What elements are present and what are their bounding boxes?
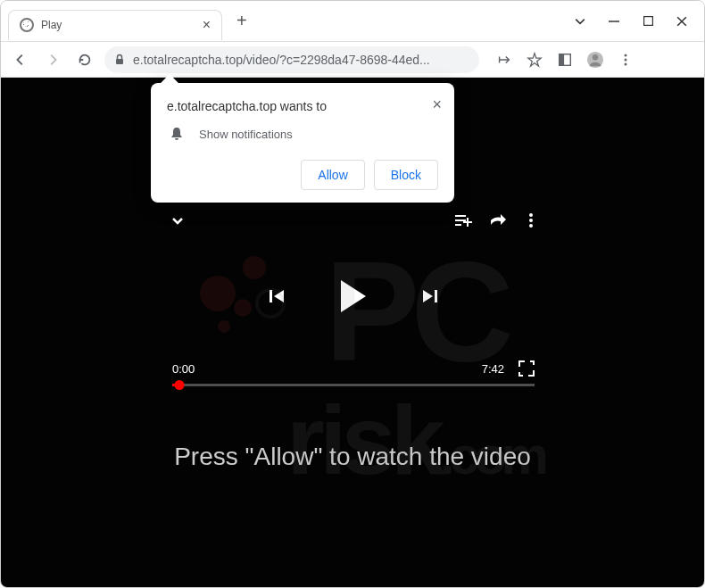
titlebar: Play × + xyxy=(1,1,704,42)
more-icon[interactable] xyxy=(524,211,538,229)
share-icon[interactable] xyxy=(495,51,513,69)
bell-icon xyxy=(169,126,185,142)
reload-button[interactable] xyxy=(72,47,97,72)
menu-icon[interactable] xyxy=(617,51,634,69)
permission-label: Show notifications xyxy=(199,128,293,141)
tab-title: Play xyxy=(41,19,195,31)
next-track-icon[interactable] xyxy=(419,286,441,307)
svg-point-9 xyxy=(625,62,627,65)
reading-list-icon[interactable] xyxy=(556,51,574,69)
svg-rect-2 xyxy=(116,59,123,64)
window-controls xyxy=(574,15,704,28)
share-icon[interactable] xyxy=(488,211,508,230)
svg-rect-19 xyxy=(435,290,437,302)
video-player: 0:00 7:42 xyxy=(162,207,545,417)
minimize-button[interactable] xyxy=(608,15,620,28)
collapse-icon[interactable] xyxy=(169,211,187,229)
address-bar[interactable]: e.totalrecaptcha.top/video/?c=2298da47-8… xyxy=(104,46,479,73)
close-dialog-icon[interactable]: × xyxy=(432,95,442,114)
url-text: e.totalrecaptcha.top/video/?c=2298da47-8… xyxy=(133,53,470,67)
back-button[interactable] xyxy=(8,47,33,72)
svg-point-8 xyxy=(625,58,627,61)
avatar-icon[interactable] xyxy=(586,51,604,69)
maximize-button[interactable] xyxy=(642,15,654,28)
svg-point-16 xyxy=(529,219,533,222)
svg-rect-1 xyxy=(643,17,652,26)
fullscreen-icon[interactable] xyxy=(518,360,535,377)
close-tab-icon[interactable]: × xyxy=(203,18,211,32)
notification-host: e.totalrecaptcha.top wants to xyxy=(167,99,438,113)
progress-thumb[interactable] xyxy=(175,380,185,390)
queue-icon[interactable] xyxy=(452,211,472,230)
duration: 7:42 xyxy=(482,362,504,376)
chevron-down-icon[interactable] xyxy=(574,15,586,28)
svg-point-17 xyxy=(529,224,533,228)
progress-bar[interactable] xyxy=(172,384,535,386)
svg-point-7 xyxy=(625,54,627,56)
lock-icon xyxy=(113,54,126,66)
forward-button[interactable] xyxy=(40,47,65,72)
browser-tab[interactable]: Play × xyxy=(8,10,222,40)
allow-button[interactable]: Allow xyxy=(301,160,364,190)
svg-point-6 xyxy=(593,54,598,60)
current-time: 0:00 xyxy=(172,362,195,376)
play-button[interactable] xyxy=(341,280,366,312)
prompt-text: Press "Allow" to watch the video xyxy=(1,443,704,471)
browser-window: Play × + e.totalrecaptcha.top/video/?c=2… xyxy=(0,0,705,588)
globe-icon xyxy=(20,18,34,32)
svg-rect-4 xyxy=(560,54,564,65)
close-window-button[interactable] xyxy=(676,15,688,28)
block-button[interactable]: Block xyxy=(374,160,438,190)
svg-rect-18 xyxy=(270,290,272,302)
notification-permission-dialog: × e.totalrecaptcha.top wants to Show not… xyxy=(151,83,454,203)
previous-track-icon[interactable] xyxy=(266,286,287,307)
bookmark-star-icon[interactable] xyxy=(526,51,543,69)
new-tab-button[interactable]: + xyxy=(229,7,254,35)
svg-point-15 xyxy=(529,213,533,217)
toolbar: e.totalrecaptcha.top/video/?c=2298da47-8… xyxy=(1,42,704,78)
